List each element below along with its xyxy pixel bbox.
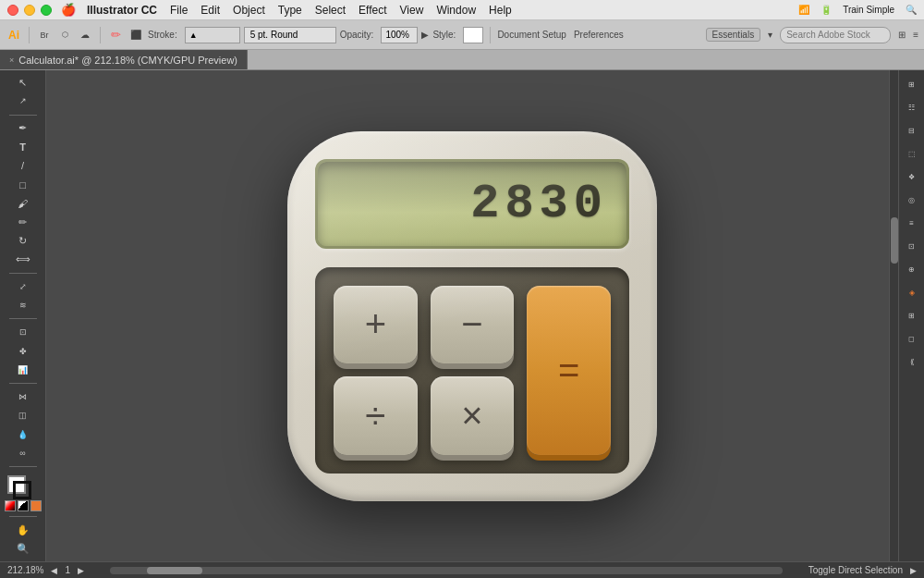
display-value: 2830 — [470, 177, 608, 231]
nav-next-icon[interactable]: ▶ — [78, 566, 84, 575]
type-tool-icon[interactable]: T — [10, 139, 36, 155]
menu-edit[interactable]: Edit — [201, 4, 220, 17]
properties-icon[interactable]: ⊞ — [902, 74, 922, 94]
toolbar: Ai Br ⬡ ☁ ✏ ⬛ Stroke: ▲ 5 pt. Round Opac… — [0, 20, 924, 50]
bridge-icon[interactable]: Br — [36, 27, 53, 43]
apple-menu[interactable]: 🍎 — [61, 3, 76, 17]
width-tool-icon[interactable]: ⤢ — [10, 278, 36, 295]
pencil-tool-icon[interactable]: ✏ — [10, 214, 36, 230]
menu-effect[interactable]: Effect — [359, 4, 386, 17]
toggle-arrow-icon[interactable]: ▶ — [910, 566, 917, 575]
pen-tool-icon[interactable]: ✒ — [10, 119, 36, 136]
menu-window[interactable]: Window — [436, 4, 476, 17]
assets-icon[interactable]: ❖ — [902, 166, 922, 187]
appearance-icon[interactable]: ◎ — [902, 190, 922, 210]
opacity-arrow[interactable]: ▶ — [421, 30, 429, 40]
style-box[interactable] — [463, 27, 483, 43]
color-icon[interactable] — [5, 500, 16, 511]
brush-icon[interactable]: ✏ — [107, 27, 124, 43]
layers-icon[interactable]: ⊟ — [902, 120, 922, 141]
stock-icon[interactable]: ⬡ — [56, 27, 73, 43]
calculator-buttons: + − = ÷ × — [315, 267, 629, 473]
essentials-dropdown-icon[interactable]: ▾ — [768, 30, 772, 40]
line-tool-icon[interactable]: / — [10, 157, 36, 174]
rotate-tool-icon[interactable]: ↻ — [10, 232, 36, 249]
search-input[interactable] — [780, 27, 891, 43]
nav-prev-icon[interactable]: ◀ — [51, 566, 57, 575]
horizontal-scrollbar[interactable] — [110, 567, 783, 574]
accent-color-icon[interactable] — [30, 500, 42, 511]
preferences-btn[interactable]: Preferences — [574, 30, 624, 40]
selection-tool-icon[interactable]: ↖ — [10, 74, 36, 91]
divide-button[interactable]: ÷ — [334, 376, 418, 455]
warp-tool-icon[interactable]: ≋ — [10, 297, 36, 314]
brush2-icon[interactable]: ⬛ — [128, 27, 144, 43]
canvas-area[interactable]: 2830 + − = ÷ — [46, 70, 898, 561]
left-toolbar: ↖ ↗ ✒ T / □ 🖌 ✏ ↻ ⟺ ⤢ ≋ ⊡ ✤ 📊 ⋈ ◫ 💧 ∞ — [0, 70, 46, 561]
plus-button[interactable]: + — [334, 286, 418, 364]
free-transform-icon[interactable]: ⊡ — [10, 324, 36, 340]
minimize-button[interactable] — [24, 5, 35, 16]
search-icon[interactable]: 🔍 — [906, 5, 917, 15]
artboards-icon[interactable]: ⬚ — [902, 143, 922, 164]
menu-object[interactable]: Object — [233, 4, 265, 17]
stroke-label: Stroke: — [148, 30, 177, 40]
menu-right: 📶 🔋 Train Simple 🔍 — [798, 5, 917, 15]
menu-help[interactable]: Help — [489, 4, 512, 17]
transform-icon[interactable]: ⊡ — [902, 236, 922, 256]
mesh-tool-icon[interactable]: ⋈ — [10, 388, 36, 405]
swatches-icon[interactable]: ⊞ — [902, 305, 922, 326]
direct-selection-icon[interactable]: ↗ — [10, 92, 36, 109]
toggle-direct-selection[interactable]: Toggle Direct Selection — [808, 565, 903, 575]
horizontal-scroll-thumb[interactable] — [147, 567, 202, 574]
stroke-box[interactable] — [13, 481, 31, 499]
menu-select[interactable]: Select — [315, 4, 346, 17]
equals-button[interactable]: = — [527, 286, 611, 455]
expand-icon[interactable]: ⟪ — [902, 351, 922, 372]
paint-brush-icon[interactable]: 🖌 — [10, 195, 36, 212]
menu-view[interactable]: View — [400, 4, 424, 17]
menu-file[interactable]: File — [170, 4, 188, 17]
menu-type[interactable]: Type — [278, 4, 302, 17]
align-icon[interactable]: ≡ — [902, 213, 922, 233]
tab-title: Calculator.ai* @ 212.18% (CMYK/GPU Previ… — [18, 55, 237, 66]
vertical-scrollbar[interactable] — [889, 70, 898, 561]
workspace-icon[interactable]: ≡ — [913, 30, 918, 40]
graph-tool-icon[interactable]: 📊 — [10, 362, 36, 378]
minus-button[interactable]: − — [431, 286, 515, 364]
mirror-tool-icon[interactable]: ⟺ — [10, 252, 36, 268]
gradient-tool-icon[interactable]: ◫ — [10, 407, 36, 424]
stroke-value-field[interactable]: 5 pt. Round — [244, 27, 336, 43]
toolbar-separator-1 — [29, 27, 30, 43]
eyedropper-icon[interactable]: 💧 — [10, 426, 36, 443]
opacity-label: Opacity: — [340, 30, 374, 40]
wifi-icon: 📶 — [798, 5, 809, 15]
plus-label: + — [365, 303, 386, 345]
blend-tool-icon[interactable]: ∞ — [10, 445, 36, 461]
opacity-field[interactable]: 100% — [381, 27, 418, 43]
zoom-tool-icon[interactable]: 🔍 — [10, 541, 36, 558]
equals-label: = — [558, 350, 579, 391]
document-setup-btn[interactable]: Document Setup — [497, 30, 566, 40]
tab-close-icon[interactable]: × — [9, 55, 14, 65]
stroke-panel-icon[interactable]: ◻ — [902, 328, 922, 349]
stroke-select[interactable]: ▲ — [185, 27, 240, 43]
hand-tool-icon[interactable]: ✋ — [10, 522, 36, 538]
panel-toggle-icon[interactable]: ⊞ — [898, 30, 906, 40]
libraries-icon[interactable]: ☷ — [902, 97, 922, 117]
close-button[interactable] — [7, 5, 18, 16]
fill-stroke-area — [7, 475, 39, 497]
cloud-icon[interactable]: ☁ — [77, 27, 93, 43]
none-icon[interactable] — [18, 500, 29, 511]
pathfinder-icon[interactable]: ⊕ — [902, 259, 922, 279]
shape-tool-icon[interactable]: □ — [10, 176, 36, 192]
divide-label: ÷ — [365, 395, 385, 437]
document-tab[interactable]: × Calculator.ai* @ 212.18% (CMYK/GPU Pre… — [0, 50, 248, 69]
artboard-number: 1 — [65, 565, 70, 575]
color-panel-icon[interactable]: ◈ — [902, 282, 922, 302]
symbol-icon[interactable]: ✤ — [10, 343, 36, 360]
vertical-scroll-thumb[interactable] — [891, 217, 898, 264]
multiply-button[interactable]: × — [431, 376, 515, 455]
essentials-button[interactable]: Essentials — [706, 28, 761, 42]
fullscreen-button[interactable] — [41, 5, 52, 16]
